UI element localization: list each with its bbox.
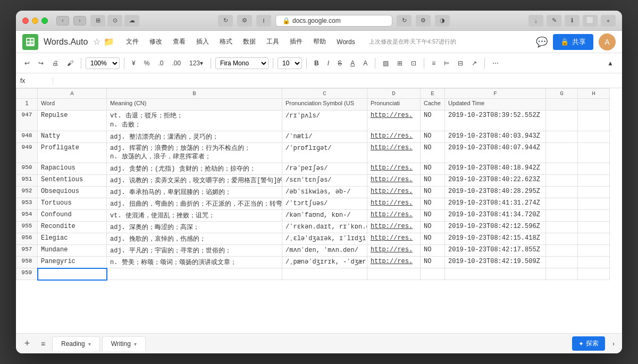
- underline-button[interactable]: A: [347, 56, 358, 70]
- cell-952-col_c[interactable]: /əbˈsikwiəs, əb-/: [282, 187, 367, 198]
- cell-953-col_c[interactable]: /ˈtɔrtʃuəs/: [282, 198, 367, 210]
- cell-950-col_d[interactable]: http://res.: [367, 163, 421, 175]
- cell-947-col_f[interactable]: 2019-10-23T08:39:52.552Z: [445, 111, 546, 131]
- cell-955-col_f[interactable]: 2019-10-23T08:42:12.596Z: [445, 222, 546, 233]
- cell-955-col_d[interactable]: http://res.: [367, 222, 421, 233]
- forward-button[interactable]: ›: [73, 16, 86, 26]
- sidebar-icon[interactable]: ⊞: [90, 15, 105, 27]
- cell-958-col_c[interactable]: /ˌpænəˈdʒɪrɪk, -ˈdʒær: [282, 257, 367, 268]
- toggle-icon[interactable]: ◑: [435, 15, 450, 27]
- cell-952-col_b[interactable]: adj. 奉承拍马的，卑躬屈膝的；谄媚的；: [107, 187, 282, 198]
- cell-948-col_g[interactable]: [546, 131, 578, 142]
- cell-959-col_f[interactable]: [445, 268, 546, 280]
- cell-947-col_e[interactable]: NO: [421, 111, 445, 131]
- cell-959-col_d[interactable]: [367, 268, 421, 280]
- align-btn[interactable]: ≡: [429, 56, 439, 70]
- info-icon[interactable]: ℹ: [565, 15, 580, 27]
- folder-icon[interactable]: 📁: [104, 37, 114, 47]
- menu-tools[interactable]: 工具: [262, 35, 283, 48]
- back-button[interactable]: ‹: [56, 16, 69, 26]
- cell-953-col_e[interactable]: NO: [421, 198, 445, 210]
- explore-button[interactable]: ✦ 探索: [572, 336, 605, 351]
- cell-955-col_h[interactable]: [578, 222, 610, 233]
- cell-948-col_b[interactable]: adj. 整洁漂亮的；潇洒的，灵巧的；: [107, 131, 282, 142]
- cell-948-col_h[interactable]: [578, 131, 610, 142]
- cell-957-col_e[interactable]: NO: [421, 245, 445, 257]
- cell-953-col_g[interactable]: [546, 198, 578, 210]
- cell-951-col_b[interactable]: adj. 说教的；卖弄文采的，咬文嚼字的；爱用格言[警句]的；: [107, 175, 282, 187]
- cell-949-col_b[interactable]: adj. 挥霍的；浪费的；放荡的；行为不检点的； n. 放荡的人，浪子，肆意挥霍…: [107, 142, 282, 163]
- cell-951-col_e[interactable]: NO: [421, 175, 445, 187]
- tab-reading-dropdown[interactable]: ▾: [88, 341, 91, 347]
- menu-help[interactable]: 帮助: [309, 35, 330, 48]
- cell-957-col_h[interactable]: [578, 245, 610, 257]
- caps-icon[interactable]: I: [256, 15, 271, 27]
- settings-icon[interactable]: ⚙: [237, 15, 252, 27]
- menu-data[interactable]: 数据: [239, 35, 260, 48]
- cell-958-col_a[interactable]: Panegyric: [38, 257, 107, 268]
- cell-956-col_g[interactable]: [546, 233, 578, 245]
- cell-953-col_d[interactable]: http://res.: [367, 198, 421, 210]
- cell-948-col_a[interactable]: Natty: [38, 131, 107, 142]
- download-icon[interactable]: ↓: [528, 15, 543, 27]
- refresh-icon[interactable]: ↻: [397, 15, 412, 27]
- cell-955-col_b[interactable]: adj. 深奥的；晦涩的；高深；: [107, 222, 282, 233]
- collapse-right-btn[interactable]: ›: [609, 337, 618, 351]
- cell-958-col_g[interactable]: [546, 257, 578, 268]
- col-header-h[interactable]: H: [578, 89, 610, 99]
- menu-edit[interactable]: 修改: [145, 35, 166, 48]
- cell-959-col_c[interactable]: [282, 268, 367, 280]
- cell-949-col_h[interactable]: [578, 142, 610, 163]
- cell-954-col_h[interactable]: [578, 210, 610, 222]
- history-icon[interactable]: ⊙: [107, 15, 122, 27]
- decimal2-btn[interactable]: .00: [169, 56, 184, 70]
- cell-952-col_e[interactable]: NO: [421, 187, 445, 198]
- cell-956-col_e[interactable]: NO: [421, 233, 445, 245]
- cell-953-col_b[interactable]: adj. 扭曲的，弯曲的；曲折的；不正派的，不正当的；转弯抹角的；: [107, 198, 282, 210]
- fill-color-btn[interactable]: ▧: [380, 56, 392, 70]
- print-button[interactable]: 🖨: [49, 56, 62, 70]
- cell-951-col_g[interactable]: [546, 175, 578, 187]
- tab-writing-dropdown[interactable]: ▾: [134, 341, 137, 347]
- cell-948-col_e[interactable]: NO: [421, 131, 445, 142]
- menu-file[interactable]: 文件: [122, 35, 143, 48]
- cell-956-col_b[interactable]: adj. 挽歌的，哀悼的，伤感的；: [107, 233, 282, 245]
- header-cache[interactable]: Cache: [421, 99, 445, 111]
- sheet-container[interactable]: A B C D E F G H 1 Word Meanin: [16, 88, 622, 333]
- collapse-btn[interactable]: ▲: [604, 56, 617, 70]
- header-updated[interactable]: Updated Time: [445, 99, 546, 111]
- cell-951-col_a[interactable]: Sententious: [38, 175, 107, 187]
- cell-959-col_b[interactable]: [107, 268, 282, 280]
- cell-954-col_c[interactable]: /kənˈfaʊnd, kɒn-/: [282, 210, 367, 222]
- col-header-a[interactable]: A: [38, 89, 107, 99]
- cell-949-col_f[interactable]: 2019-10-23T08:40:07.944Z: [445, 142, 546, 163]
- cell-948-col_d[interactable]: http://res.: [367, 131, 421, 142]
- cell-949-col_e[interactable]: NO: [421, 142, 445, 163]
- cell-957-col_a[interactable]: Mundane: [38, 245, 107, 257]
- wrap-btn[interactable]: ⊟: [455, 56, 466, 70]
- bold-button[interactable]: B: [311, 56, 322, 70]
- cell-959-col_h[interactable]: [578, 268, 610, 280]
- cell-958-col_e[interactable]: NO: [421, 257, 445, 268]
- cloud-icon[interactable]: ☁: [124, 15, 139, 27]
- cell-952-col_a[interactable]: Obsequious: [38, 187, 107, 198]
- cell-957-col_g[interactable]: [546, 245, 578, 257]
- minimize-button[interactable]: [32, 18, 38, 24]
- paint-format-button[interactable]: 🖌: [64, 56, 77, 70]
- list-sheets-button[interactable]: ≡: [36, 337, 50, 351]
- cell-956-col_d[interactable]: http://res.: [367, 233, 421, 245]
- avatar[interactable]: A: [599, 33, 616, 50]
- header-h[interactable]: [578, 99, 610, 111]
- add-sheet-button[interactable]: +: [20, 337, 34, 351]
- maximize-button[interactable]: [41, 18, 48, 24]
- undo-button[interactable]: ↩: [21, 56, 33, 70]
- cell-954-col_a[interactable]: Confound: [38, 210, 107, 222]
- cell-947-col_d[interactable]: http://res.: [367, 111, 421, 131]
- edit-icon[interactable]: ✎: [547, 15, 561, 27]
- header-pronunciati[interactable]: Pronunciati: [367, 99, 421, 111]
- zoom-select[interactable]: 100%: [86, 57, 120, 69]
- cell-959-col_g[interactable]: [546, 268, 578, 280]
- cell-957-col_c[interactable]: /mʌnˈden, ˈmʌn.den/: [282, 245, 367, 257]
- menu-format[interactable]: 格式: [215, 35, 237, 48]
- menu-words[interactable]: Words: [332, 36, 359, 48]
